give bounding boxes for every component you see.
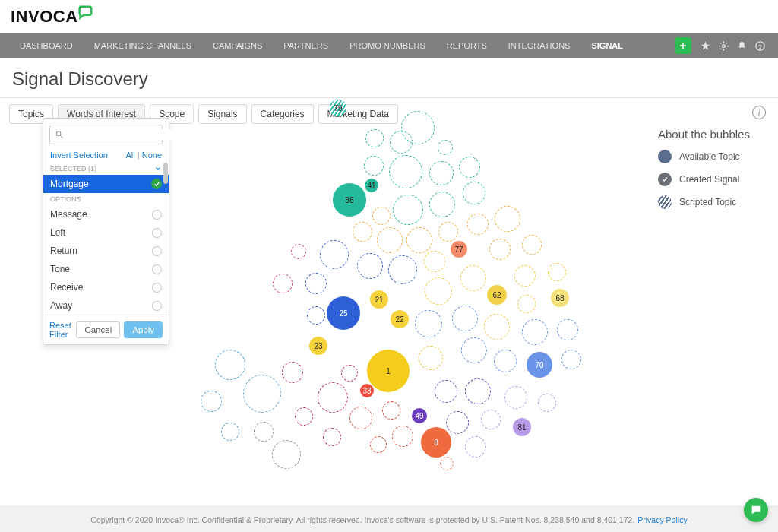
- select-all-link[interactable]: All: [125, 150, 134, 160]
- bell-icon[interactable]: [732, 36, 751, 55]
- bubble-79[interactable]: 79: [330, 100, 346, 116]
- bubble-empty[interactable]: [341, 365, 358, 382]
- bubble-77[interactable]: 77: [451, 241, 467, 258]
- gear-icon[interactable]: [714, 36, 732, 55]
- bubble-empty[interactable]: [494, 350, 517, 372]
- nav-item-signal[interactable]: SIGNAL: [580, 41, 634, 50]
- bubble-empty[interactable]: [215, 350, 245, 380]
- bubble-empty[interactable]: [463, 182, 485, 204]
- bubble-empty[interactable]: [481, 410, 501, 429]
- bubble-62[interactable]: 62: [487, 285, 507, 305]
- bubble-empty[interactable]: [517, 295, 536, 313]
- bubble-empty[interactable]: [435, 380, 457, 403]
- nav-item-reports[interactable]: REPORTS: [436, 41, 498, 50]
- cancel-button[interactable]: Cancel: [76, 321, 120, 338]
- bubble-empty[interactable]: [295, 407, 313, 426]
- option-tone[interactable]: Tone: [43, 260, 169, 278]
- option-left[interactable]: Left: [43, 223, 169, 242]
- bubble-70[interactable]: 70: [527, 352, 552, 378]
- bubble-empty[interactable]: [561, 350, 581, 369]
- bubble-empty[interactable]: [429, 192, 455, 217]
- bubble-empty[interactable]: [323, 428, 341, 446]
- bubble-empty[interactable]: [438, 222, 458, 242]
- bubble-empty[interactable]: [320, 240, 349, 269]
- help-icon[interactable]: ?: [751, 36, 769, 55]
- bubble-empty[interactable]: [467, 214, 489, 235]
- bubble-empty[interactable]: [282, 362, 303, 383]
- bubble-empty[interactable]: [372, 207, 391, 225]
- option-away[interactable]: Away: [43, 296, 169, 315]
- bubble-empty[interactable]: [273, 274, 293, 293]
- nav-item-partners[interactable]: PARTNERS: [273, 41, 339, 50]
- bubble-empty[interactable]: [452, 306, 478, 331]
- bubble-empty[interactable]: [353, 222, 372, 242]
- scrollbar-thumb[interactable]: [163, 163, 168, 184]
- bubble-empty[interactable]: [272, 440, 301, 469]
- bubble-empty[interactable]: [465, 378, 491, 404]
- bubble-empty[interactable]: [392, 426, 413, 447]
- bubble-81[interactable]: 81: [513, 418, 531, 436]
- bubble-8[interactable]: 8: [421, 427, 451, 458]
- selected-section-header[interactable]: SELECTED (1): [43, 163, 169, 175]
- star-icon[interactable]: [696, 36, 714, 55]
- bubble-49[interactable]: 49: [412, 408, 427, 423]
- bubble-empty[interactable]: [495, 206, 520, 232]
- bubble-empty[interactable]: [382, 401, 400, 420]
- bubble-empty[interactable]: [388, 255, 417, 284]
- nav-item-campaigns[interactable]: CAMPAIGNS: [202, 41, 273, 50]
- bubble-empty[interactable]: [429, 161, 454, 185]
- bubble-empty[interactable]: [364, 156, 384, 176]
- bubble-empty[interactable]: [254, 422, 274, 442]
- bubble-empty[interactable]: [548, 263, 566, 281]
- bubble-empty[interactable]: [393, 195, 423, 225]
- option-receive[interactable]: Receive: [43, 278, 169, 296]
- bubble-empty[interactable]: [538, 394, 556, 412]
- bubble-empty[interactable]: [461, 337, 487, 363]
- bubble-empty[interactable]: [318, 382, 348, 413]
- option-message[interactable]: Message: [43, 205, 169, 223]
- bubble-empty[interactable]: [349, 407, 372, 429]
- bubble-empty[interactable]: [221, 423, 239, 441]
- info-icon[interactable]: i: [752, 106, 766, 119]
- bubble-empty[interactable]: [377, 227, 403, 253]
- add-button[interactable]: [675, 37, 691, 54]
- bubble-21[interactable]: 21: [370, 290, 388, 309]
- bubble-empty[interactable]: [243, 375, 281, 413]
- bubble-empty[interactable]: [365, 129, 384, 147]
- option-return[interactable]: Return: [43, 242, 169, 260]
- bubble-empty[interactable]: [401, 111, 435, 144]
- reset-filter-link[interactable]: Reset Filter: [49, 321, 72, 339]
- bubble-empty[interactable]: [440, 457, 454, 470]
- bubble-empty[interactable]: [489, 239, 511, 260]
- bubble-empty[interactable]: [370, 436, 387, 453]
- bubble-empty[interactable]: [484, 314, 510, 340]
- bubble-empty[interactable]: [419, 346, 443, 370]
- bubble-22[interactable]: 22: [391, 310, 409, 328]
- search-input[interactable]: [67, 129, 181, 140]
- bubble-25[interactable]: 25: [327, 296, 360, 330]
- bubble-empty[interactable]: [424, 251, 445, 272]
- bubble-empty[interactable]: [357, 253, 383, 279]
- bubble-empty[interactable]: [514, 265, 536, 287]
- select-none-link[interactable]: None: [142, 150, 162, 160]
- selected-option-mortgage[interactable]: Mortgage: [43, 175, 169, 193]
- bubble-empty[interactable]: [425, 277, 452, 305]
- bubble-empty[interactable]: [415, 310, 442, 337]
- bubble-chart[interactable]: 794136772521226268231337049818: [175, 99, 653, 494]
- bubble-empty[interactable]: [406, 227, 432, 253]
- bubble-empty[interactable]: [389, 155, 422, 188]
- bubble-empty[interactable]: [460, 265, 486, 291]
- bubble-empty[interactable]: [465, 436, 486, 458]
- nav-item-integrations[interactable]: INTEGRATIONS: [498, 41, 581, 50]
- nav-item-dashboard[interactable]: DASHBOARD: [9, 41, 84, 50]
- nav-item-promo-numbers[interactable]: PROMO NUMBERS: [339, 41, 436, 50]
- privacy-policy-link[interactable]: Privacy Policy: [637, 515, 687, 524]
- invert-selection-link[interactable]: Invert Selection: [50, 150, 108, 160]
- bubble-empty[interactable]: [459, 157, 480, 178]
- apply-button[interactable]: Apply: [124, 321, 163, 338]
- bubble-empty[interactable]: [438, 140, 453, 155]
- bubble-empty[interactable]: [557, 319, 578, 340]
- nav-item-marketing-channels[interactable]: MARKETING CHANNELS: [84, 41, 202, 50]
- bubble-empty[interactable]: [504, 386, 527, 409]
- bubble-41[interactable]: 41: [365, 179, 378, 192]
